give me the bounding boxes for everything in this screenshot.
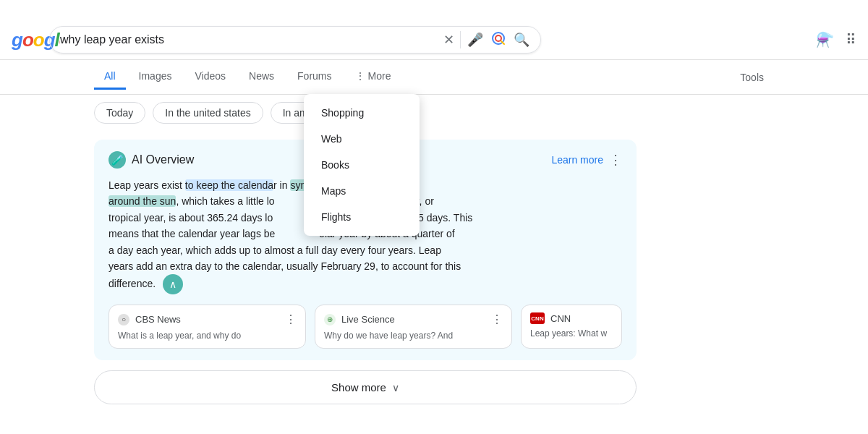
ai-title-area: 🧪 AI Overview: [109, 151, 194, 169]
livescience-source-name: Live Science: [341, 314, 395, 325]
source-header-cnn: CNN CNN: [530, 312, 613, 324]
collapse-ai-button[interactable]: ∧: [163, 274, 183, 294]
tab-forums[interactable]: Forums: [287, 64, 341, 90]
clear-search-button[interactable]: ✕: [443, 33, 454, 46]
learn-more-button[interactable]: Learn more: [551, 154, 603, 166]
main-content: 🧪 AI Overview Learn more ⋮ Leap years ex…: [0, 131, 868, 413]
dropdown-web[interactable]: Web: [304, 126, 420, 152]
show-more-label: Show more: [331, 381, 386, 393]
source-name-cnn: CNN CNN: [530, 312, 571, 324]
chevron-down-icon: ∨: [392, 382, 399, 393]
more-dots-icon: ⋮: [355, 70, 365, 82]
svg-point-1: [495, 35, 501, 41]
cnn-favicon: CNN: [530, 312, 545, 324]
cnn-source-name: CNN: [550, 313, 571, 324]
tab-more[interactable]: ⋮ More: [345, 64, 401, 90]
highlight-calendar: to keep the calenda: [185, 179, 273, 191]
cbs-source-name: CBS News: [135, 314, 181, 325]
source-name-cbs: ○ CBS News: [118, 314, 181, 326]
google-lens-button[interactable]: [490, 31, 507, 48]
google-logo: google: [12, 29, 41, 51]
search-bar: ✕ 🎤 🔍: [49, 26, 541, 54]
source-card-cbs[interactable]: ○ CBS News ⋮ What is a leap year, and wh…: [109, 305, 306, 349]
search-button[interactable]: 🔍: [513, 31, 530, 48]
cnn-snippet: Leap years: What w: [530, 328, 613, 339]
cbs-more-icon[interactable]: ⋮: [285, 312, 297, 326]
highlight-orbit: around the sun: [109, 195, 176, 207]
source-header-livescience: ⊕ Live Science ⋮: [324, 312, 503, 326]
dropdown-shopping[interactable]: Shopping: [304, 100, 420, 126]
cbs-favicon: ○: [118, 314, 129, 326]
search-divider: [460, 31, 461, 48]
source-cards: ○ CBS News ⋮ What is a leap year, and wh…: [109, 305, 622, 349]
ai-overview-title: AI Overview: [132, 153, 194, 166]
livescience-snippet: Why do we have leap years? And: [324, 331, 503, 341]
source-card-livescience[interactable]: ⊕ Live Science ⋮ Why do we have leap yea…: [315, 305, 512, 349]
microphone-button[interactable]: 🎤: [467, 31, 484, 48]
dropdown-flights[interactable]: Flights: [304, 204, 420, 230]
tab-news[interactable]: News: [239, 64, 284, 90]
ai-more-options-icon[interactable]: ⋮: [609, 152, 622, 168]
search-icon: 🔍: [514, 32, 529, 48]
show-more-container: Show more ∨: [94, 370, 637, 404]
filter-united-states[interactable]: In the united states: [153, 102, 263, 124]
source-header-cbs: ○ CBS News ⋮: [118, 312, 297, 326]
filter-today[interactable]: Today: [94, 102, 145, 124]
source-name-livescience: ⊕ Live Science: [324, 314, 395, 326]
source-card-cnn[interactable]: CNN CNN Leap years: What w: [521, 305, 622, 349]
tab-images[interactable]: Images: [129, 64, 182, 90]
search-input[interactable]: [60, 33, 438, 46]
dropdown-books[interactable]: Books: [304, 152, 420, 178]
ai-flask-icon: 🧪: [109, 151, 126, 169]
dropdown-maps[interactable]: Maps: [304, 178, 420, 204]
tools-tab[interactable]: Tools: [730, 66, 774, 89]
lens-icon: [491, 31, 506, 48]
apps-grid-icon[interactable]: ⠿: [846, 31, 856, 48]
mic-icon: 🎤: [467, 32, 483, 48]
cbs-snippet: What is a leap year, and why do: [118, 331, 297, 341]
tab-all[interactable]: All: [94, 64, 126, 90]
show-more-button[interactable]: Show more ∨: [94, 370, 637, 404]
ai-overview-actions: Learn more ⋮: [551, 152, 622, 168]
tab-videos[interactable]: Videos: [184, 64, 236, 90]
header-right-actions: ⚗️ ⠿: [816, 31, 856, 48]
search-tabs: All Images Videos News Forums ⋮ More Too…: [0, 60, 868, 95]
filter-chips: Today In the united states In ame...: [0, 95, 868, 131]
more-dropdown-menu: Shopping Web Books Maps Flights: [304, 94, 420, 236]
livescience-more-icon[interactable]: ⋮: [491, 312, 503, 326]
livescience-favicon: ⊕: [324, 314, 336, 326]
labs-icon[interactable]: ⚗️: [816, 31, 834, 48]
